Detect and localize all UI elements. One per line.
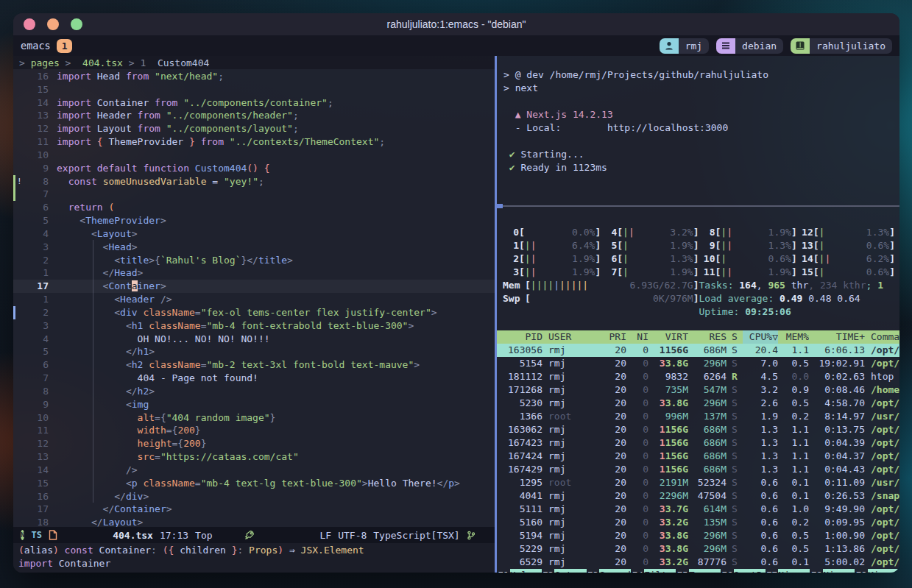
code-line[interactable]: 4 OH NO!... NO! NO! NO!!! bbox=[13, 333, 495, 346]
column-header[interactable]: PID bbox=[497, 330, 542, 344]
column-header[interactable]: NI bbox=[626, 330, 648, 344]
code-line[interactable]: 15 <p className="mb-4 text-lg text-blue-… bbox=[13, 477, 495, 490]
code-line[interactable]: 5 </h1> bbox=[13, 345, 495, 358]
column-header[interactable]: USER bbox=[542, 330, 600, 344]
code-line[interactable]: 14import Container from "../components/c… bbox=[13, 96, 495, 110]
breadcrumb-item-file[interactable]: 404.tsx bbox=[82, 57, 123, 68]
code-line[interactable]: 17 </Container> bbox=[13, 503, 495, 516]
process-row[interactable]: 6529rmj20033.2G87776S0.60.15:00.02/opt/g… bbox=[497, 556, 899, 569]
process-row[interactable]: 1295root2002191M52324S0.60.10:11.09/usr/… bbox=[497, 476, 899, 489]
column-header[interactable]: S bbox=[727, 330, 743, 344]
process-row[interactable]: 167424rmj2001156G686MS1.31.10:04.37/opt/… bbox=[497, 450, 899, 463]
code-line[interactable]: 14 /> bbox=[13, 464, 495, 477]
process-cell: 2191M bbox=[648, 476, 688, 489]
code-line[interactable]: 3 <Head> bbox=[13, 241, 495, 254]
fkey-action-ki[interactable]: Ki bbox=[868, 569, 899, 573]
code-line[interactable]: 10 bbox=[13, 149, 495, 162]
code-line[interactable]: 5 <ThemeProvider> bbox=[13, 214, 495, 227]
code-line[interactable]: 18 </Layout> bbox=[13, 516, 495, 527]
code-line[interactable]: 10 alt={"404 random image"} bbox=[13, 411, 495, 425]
process-cell: 1.9 bbox=[743, 410, 778, 423]
code-line[interactable]: !8 const someUnusedVariable = "yey!"; bbox=[13, 175, 495, 188]
process-cell: S bbox=[727, 423, 743, 436]
code-line[interactable]: 1 <Header /> bbox=[13, 293, 495, 306]
process-row[interactable]: 5194rmj20033.8G296MS0.60.51:00.90/opt/go bbox=[497, 529, 899, 542]
code-line[interactable]: 12 height={200} bbox=[13, 437, 495, 450]
htop-pane[interactable]: 0[0.0%]4[||3.2%]8[||1.9%]12[|1.3%]1[||6.… bbox=[497, 207, 899, 573]
code-line[interactable]: 3 <h1 className="mb-4 font-extrabold tex… bbox=[13, 319, 495, 333]
column-header[interactable]: RES bbox=[688, 330, 727, 344]
process-cell: /opt/go bbox=[865, 344, 899, 357]
fkey-action-nice-[interactable]: Nice + bbox=[823, 569, 855, 573]
process-row[interactable]: 163056rmj2001156G686MS20.41.16:06.13/opt… bbox=[497, 344, 899, 357]
code-line[interactable]: 13import Header from "../components/head… bbox=[13, 109, 495, 122]
process-row[interactable]: 5154rmj20033.8G296MS7.00.519:02.91/opt/g… bbox=[497, 357, 899, 370]
code-line[interactable]: 16import Head from "next/head"; bbox=[13, 70, 495, 83]
tmux-window-tab[interactable]: emacs 1 bbox=[21, 39, 72, 53]
code-line[interactable]: 8 </h2> bbox=[13, 385, 495, 398]
process-table-header[interactable]: PIDUSERPRINIVIRTRESSCPU%▽MEM%TIME+Comman… bbox=[497, 330, 899, 344]
code-line[interactable]: 17 <Container> bbox=[13, 280, 495, 293]
process-row[interactable]: 5229rmj20033.8G296MS0.60.51:13.86/opt/go bbox=[497, 542, 899, 556]
fkey-action-filter[interactable]: Filter bbox=[644, 569, 676, 573]
code-line[interactable]: 15 bbox=[13, 83, 495, 96]
process-row[interactable]: 171268rmj200735M547MS3.20.90:08.46/home/… bbox=[497, 383, 899, 397]
editor-pane[interactable]: > pages > 404.tsx > 1 Custom404 16import… bbox=[13, 56, 495, 573]
process-cell: 137M bbox=[688, 410, 727, 423]
fkey-action-sortby[interactable]: SortBy bbox=[734, 569, 766, 573]
process-cell: 0 bbox=[626, 463, 648, 476]
fkey-action-tree[interactable]: Tree bbox=[689, 569, 721, 573]
code-buffer[interactable]: 16import Head from "next/head";1514impor… bbox=[13, 69, 495, 527]
process-row[interactable]: 5111rmj20033.7G614MS0.61.09:49.90/opt/go bbox=[497, 503, 899, 516]
process-row[interactable]: 4041rmj2002296M47504S0.60.10:26.53/snap/… bbox=[497, 489, 899, 503]
column-header[interactable]: TIME+ bbox=[809, 330, 865, 344]
pane-divider-horizontal[interactable] bbox=[497, 205, 899, 207]
process-row[interactable]: 1366root200996M137MS1.90.28:14.97/usr/li bbox=[497, 410, 899, 423]
column-header[interactable]: Command bbox=[865, 330, 899, 344]
code-line[interactable]: 6 return ( bbox=[13, 201, 495, 214]
process-row[interactable]: 181112rmj20098326264R4.50.00:02.63htop bbox=[497, 370, 899, 383]
code-line[interactable]: 6 <h2 className="mb-2 text-3xl font-bold… bbox=[13, 358, 495, 372]
process-row[interactable]: 167423rmj2001156G686MS1.31.10:04.39/opt/… bbox=[497, 436, 899, 450]
code-line[interactable]: 16 </div> bbox=[13, 490, 495, 503]
code-line[interactable]: 7 404 - Page not found! bbox=[13, 372, 495, 385]
window-title: rahuljuliato:1:emacs - "debian" bbox=[13, 18, 899, 30]
process-cell: 20 bbox=[600, 516, 626, 529]
column-header[interactable]: MEM% bbox=[778, 330, 809, 344]
process-cell: 296M bbox=[688, 397, 727, 410]
process-row[interactable]: 5230rmj20033.8G296MS2.60.54:58.70/opt/go bbox=[497, 397, 899, 410]
fkey-action-setup[interactable]: Setup bbox=[554, 569, 586, 573]
code-text: <ThemeProvider> bbox=[49, 214, 166, 227]
code-line[interactable]: 11 width={200} bbox=[13, 424, 495, 437]
code-line[interactable]: 4 <Layout> bbox=[13, 227, 495, 241]
process-cell: 1.1 bbox=[778, 344, 809, 357]
code-line[interactable]: 9 <img bbox=[13, 398, 495, 411]
breadcrumb-item-pages[interactable]: pages bbox=[31, 57, 60, 68]
code-line[interactable]: 2 <div className="fex-ol tems-center fle… bbox=[13, 306, 495, 319]
code-line[interactable]: 13 src="https://cataas.com/cat" bbox=[13, 450, 495, 464]
fkey-action-search[interactable]: Search bbox=[599, 569, 631, 573]
code-line[interactable]: 12import Layout from "../components/layo… bbox=[13, 122, 495, 135]
modeline-scroll: Top bbox=[195, 530, 212, 541]
code-line[interactable]: 2 <title>{`Rahul's Blog`}</title> bbox=[13, 254, 495, 267]
column-header[interactable]: PRI bbox=[600, 330, 626, 344]
fkey-action-help[interactable]: Help bbox=[510, 569, 542, 573]
process-row[interactable]: 163062rmj2001156G686MS1.31.10:13.75/opt/… bbox=[497, 423, 899, 436]
column-header[interactable]: VIRT bbox=[648, 330, 688, 344]
code-line[interactable]: 7 bbox=[13, 188, 495, 201]
process-row[interactable]: 5160rmj20033.2G135MS0.60.20:09.95/opt/go bbox=[497, 516, 899, 529]
tmux-window-index-badge: 1 bbox=[57, 39, 73, 53]
fkey-action-nice-[interactable]: Nice - bbox=[778, 569, 810, 573]
process-cell: htop bbox=[865, 370, 899, 383]
code-line[interactable]: 11import { ThemeProvider } from "../cont… bbox=[13, 135, 495, 149]
dev-server-terminal-pane[interactable]: > @ dev /home/rmj/Projects/github/rahulj… bbox=[497, 56, 899, 205]
process-row[interactable]: 167429rmj2001156G686MS1.31.10:04.43/opt/… bbox=[497, 463, 899, 476]
code-line[interactable]: 9export default function Custom404() { bbox=[13, 162, 495, 175]
titlebar[interactable]: rahuljuliato:1:emacs - "debian" bbox=[13, 13, 899, 35]
process-cell: rmj bbox=[542, 344, 600, 357]
code-text: </Layout> bbox=[49, 516, 143, 527]
column-header[interactable]: CPU%▽ bbox=[743, 330, 778, 344]
breadcrumb-item-symbol[interactable]: Custom404 bbox=[158, 57, 209, 68]
line-number: 10 bbox=[26, 149, 49, 162]
code-line[interactable]: 1 </Head> bbox=[13, 266, 495, 280]
